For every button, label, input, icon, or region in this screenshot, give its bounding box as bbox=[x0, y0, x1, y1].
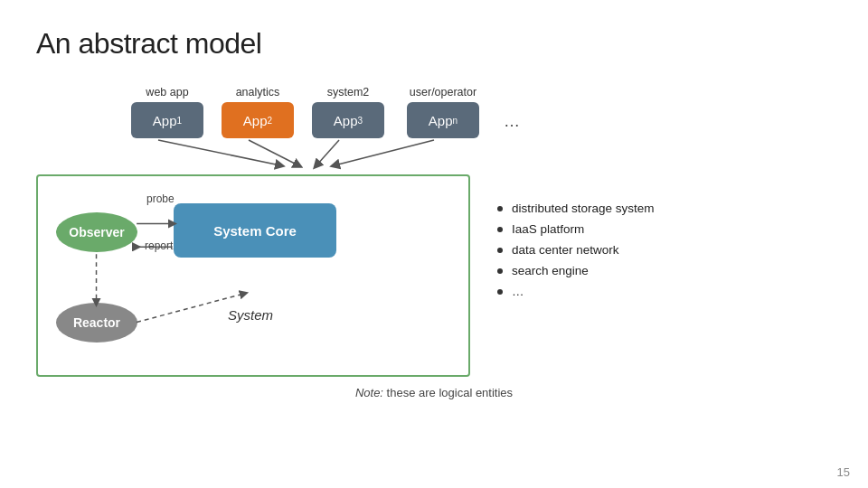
slide-title: An abstract model bbox=[36, 27, 832, 61]
col3-group: system2 App3 bbox=[303, 86, 393, 138]
system-core-box: System Core bbox=[174, 203, 336, 258]
report-label: report bbox=[145, 239, 173, 252]
note-row: Note: these are logical entities bbox=[36, 386, 832, 399]
app2-box: App2 bbox=[222, 102, 294, 138]
probe-label: probe bbox=[146, 192, 175, 205]
bullet-dot-1 bbox=[497, 206, 503, 211]
note-text: these are logical entities bbox=[383, 386, 513, 399]
bullet-3: data center network bbox=[497, 243, 832, 257]
inner-layout: probe Observer report System Core Reacto… bbox=[47, 185, 459, 366]
note-prefix: Note: bbox=[355, 386, 383, 399]
bullet-dot-5 bbox=[497, 289, 503, 295]
appn-box: Appn bbox=[407, 102, 479, 138]
system-box: probe Observer report System Core Reacto… bbox=[36, 174, 470, 377]
app1-box: App1 bbox=[131, 102, 203, 138]
svg-line-3 bbox=[335, 140, 434, 165]
header-labels: web app App1 analytics App2 system2 App3… bbox=[122, 86, 832, 138]
col1-label: web app bbox=[146, 86, 188, 99]
ellipsis: … bbox=[504, 112, 520, 131]
app3-box: App3 bbox=[312, 102, 384, 138]
bullet-1: distributed storage system bbox=[497, 202, 832, 215]
bullet-2: IaaS platform bbox=[497, 222, 832, 236]
page-number: 15 bbox=[837, 465, 850, 479]
reactor-oval: Reactor bbox=[56, 303, 137, 343]
bullet-4: search engine bbox=[497, 264, 832, 277]
svg-line-2 bbox=[316, 140, 339, 165]
svg-line-0 bbox=[158, 140, 280, 165]
col1-group: web app App1 bbox=[122, 86, 212, 138]
col2-label: analytics bbox=[236, 86, 280, 99]
bullet-dot-4 bbox=[497, 268, 503, 274]
col3-label: system2 bbox=[327, 86, 370, 99]
system-label: System bbox=[228, 307, 273, 323]
bullet-dot-3 bbox=[497, 248, 503, 253]
main-content: probe Observer report System Core Reacto… bbox=[36, 174, 832, 377]
svg-line-1 bbox=[249, 140, 298, 165]
col4-group: user/operator Appn bbox=[393, 86, 493, 138]
bullet-dot-2 bbox=[497, 227, 503, 232]
observer-oval: Observer bbox=[56, 212, 137, 252]
col4-label: user/operator bbox=[410, 86, 476, 99]
top-arrows-svg bbox=[122, 140, 574, 167]
bullet-5: … bbox=[497, 285, 832, 298]
slide: An abstract model web app App1 analytics… bbox=[0, 0, 868, 488]
bullets-section: distributed storage system IaaS platform… bbox=[488, 174, 832, 377]
col2-group: analytics App2 bbox=[212, 86, 303, 138]
